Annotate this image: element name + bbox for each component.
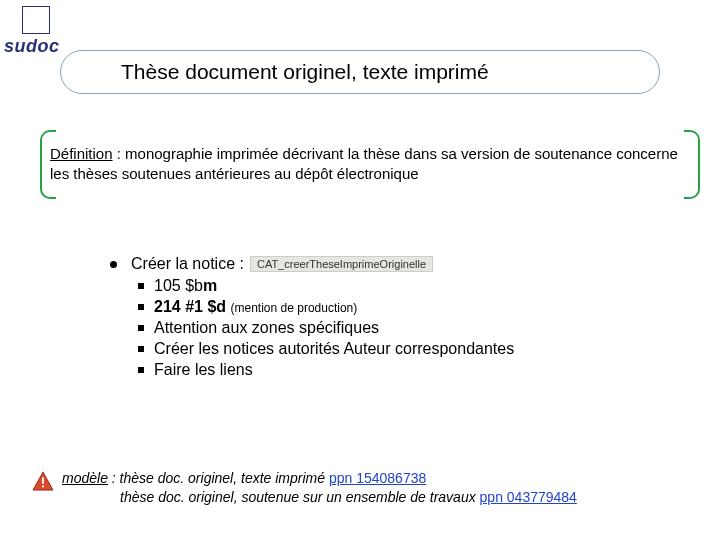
item-code-bold: m (203, 277, 217, 294)
footer-line2: thèse doc. originel, soutenue sur un ens… (62, 488, 577, 508)
item-code: 105 $b (154, 277, 203, 294)
list-item: 105 $bm (110, 277, 670, 295)
definition-box: Définition : monographie imprimée décriv… (40, 130, 700, 199)
footer-line1: modèle : thèse doc. originel, texte impr… (62, 469, 577, 489)
list-item: Attention aux zones spécifiques (110, 319, 670, 337)
item-note: (mention de production) (231, 301, 358, 315)
bullet-square-icon (138, 367, 144, 373)
modele-label: modèle (62, 470, 108, 486)
item-plain: Attention aux zones spécifiques (154, 319, 379, 336)
item-code: 214 #1 $d (154, 298, 226, 315)
bullet-square-icon (138, 346, 144, 352)
svg-rect-2 (42, 485, 44, 487)
content-block: Créer la notice : CAT_creerTheseImprimeO… (110, 255, 670, 382)
sudoc-logo: sudoc (4, 6, 64, 57)
create-notice-sublist: 105 $bm 214 #1 $d (mention de production… (110, 277, 670, 379)
ppn-link-1[interactable]: ppn 154086738 (329, 470, 426, 486)
page-title: Thèse document originel, texte imprimé (121, 60, 489, 84)
footer-block: modèle : thèse doc. originel, texte impr… (32, 469, 692, 508)
bullet-square-icon (138, 304, 144, 310)
bullet-disc-icon (110, 261, 117, 268)
list-item: Créer les notices autorités Auteur corre… (110, 340, 670, 358)
warning-icon (32, 471, 54, 491)
list-item: Faire les liens (110, 361, 670, 379)
logo-square-icon (22, 6, 50, 34)
logo-text: sudoc (4, 36, 64, 57)
item-plain: Créer les notices autorités Auteur corre… (154, 340, 514, 357)
definition-label: Définition (50, 145, 113, 162)
footer-text: modèle : thèse doc. originel, texte impr… (62, 469, 577, 508)
footer-line2-text: thèse doc. originel, soutenue sur un ens… (120, 489, 480, 505)
ppn-link-2[interactable]: ppn 043779484 (480, 489, 577, 505)
create-notice-row: Créer la notice : CAT_creerTheseImprimeO… (110, 255, 670, 273)
svg-rect-1 (42, 477, 44, 483)
page-title-box: Thèse document originel, texte imprimé (60, 50, 660, 94)
bullet-square-icon (138, 283, 144, 289)
bullet-square-icon (138, 325, 144, 331)
item-plain: Faire les liens (154, 361, 253, 378)
definition-text: Définition : monographie imprimée décriv… (50, 144, 690, 185)
create-notice-heading: Créer la notice : (131, 255, 244, 273)
list-item: 214 #1 $d (mention de production) (110, 298, 670, 316)
script-badge: CAT_creerTheseImprimeOriginelle (250, 256, 433, 272)
definition-body: : monographie imprimée décrivant la thès… (50, 145, 678, 182)
footer-line1-text: : thèse doc. originel, texte imprimé (108, 470, 329, 486)
